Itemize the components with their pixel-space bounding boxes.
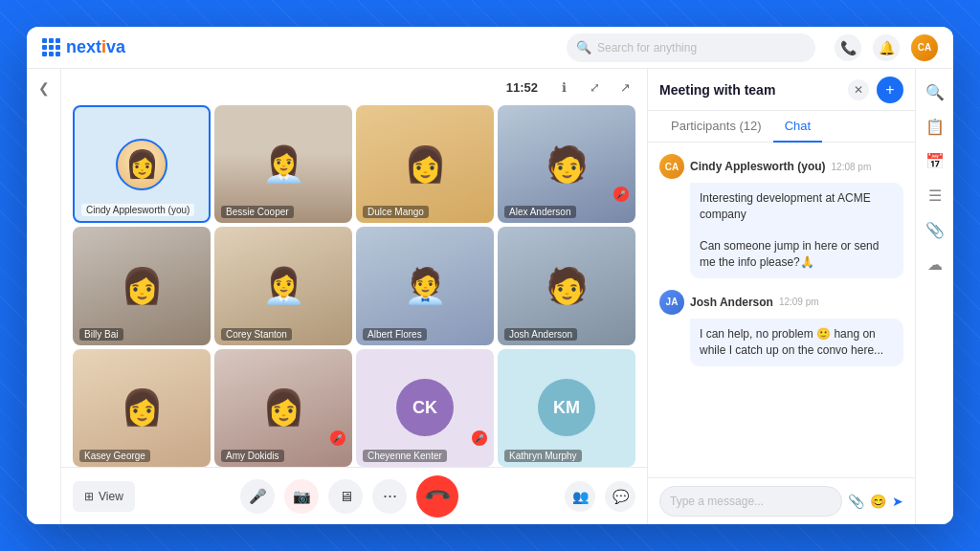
send-icon[interactable]: ➤ — [892, 494, 903, 509]
message-avatar: JA — [659, 290, 684, 315]
sidebar-icon-calendar[interactable]: 📅 — [920, 145, 950, 176]
logo-text: nextiva — [66, 37, 125, 57]
video-top-bar: 11:52 ℹ ⤢ ↗ — [61, 69, 647, 105]
top-bar-icons: 📞 🔔 CA — [835, 34, 938, 61]
tab-chat[interactable]: Chat — [773, 111, 822, 143]
meeting-time: 11:52 — [506, 80, 538, 95]
participant-name: Bessie Cooper — [221, 206, 294, 218]
participant-name: Josh Anderson — [504, 328, 577, 341]
bottom-controls: ⊞ View 🎤 📷 🖥 ··· 📞 👥 💬 — [61, 467, 647, 524]
video-cell[interactable]: 👩‍💼 Corey Stanton — [214, 227, 352, 344]
app-window: nextiva 🔍 Search for anything 📞 🔔 CA ❮ 1… — [27, 27, 953, 524]
chat-button[interactable]: 💬 — [605, 481, 635, 512]
video-cell[interactable]: 👩 Cindy Applesworth (you) — [73, 105, 211, 223]
mic-off-indicator: 🎤 — [330, 430, 345, 446]
video-cell[interactable]: 🧑 Josh Anderson — [498, 227, 635, 344]
far-right-sidebar: 🔍 📋 📅 ☰ 📎 ☁ — [915, 69, 953, 524]
expand-icon[interactable]: ⤢ — [584, 77, 605, 98]
left-sidebar: ❮ — [27, 69, 61, 524]
panel-new-button[interactable]: + — [877, 77, 903, 103]
more-options-button[interactable]: ··· — [372, 479, 407, 514]
emoji-icon[interactable]: 😊 — [870, 494, 886, 509]
sidebar-icon-document[interactable]: 📋 — [920, 111, 950, 142]
grid-icon[interactable] — [42, 38, 60, 56]
participant-name: Billy Bai — [79, 328, 123, 341]
message-sender: Cindy Applesworth (you) — [690, 160, 826, 173]
mic-off-indicator: 🎤 — [472, 430, 487, 446]
search-placeholder: Search for anything — [597, 41, 697, 55]
info-icon[interactable]: ℹ — [553, 77, 574, 98]
camera-button[interactable]: 📷 — [284, 479, 319, 514]
view-button[interactable]: ⊞ View — [73, 481, 135, 512]
mute-button[interactable]: 🎤 — [240, 479, 275, 514]
participant-name: Cindy Applesworth (you) — [81, 204, 194, 216]
right-panel: Meeting with team ✕ + Participants (12) … — [647, 69, 915, 524]
video-cell[interactable]: 👩‍💼 Bessie Cooper — [214, 105, 352, 223]
panel-tabs: Participants (12) Chat — [648, 111, 915, 143]
participants-button[interactable]: 👥 — [565, 481, 595, 512]
video-cell[interactable]: 👩 Amy Dokidis 🎤 — [214, 349, 352, 467]
sidebar-icon-attach[interactable]: 📎 — [920, 214, 950, 245]
video-cell[interactable]: 🧑 Alex Anderson 🎤 — [498, 105, 635, 223]
bell-icon[interactable]: 🔔 — [873, 34, 900, 61]
main-content: ❮ 11:52 ℹ ⤢ ↗ 👩 Cindy Appleswort — [27, 69, 953, 524]
chat-message: JA Josh Anderson 12:09 pm I can help, no… — [659, 290, 903, 366]
sidebar-toggle[interactable]: ❮ — [33, 77, 56, 99]
message-bubble: Interesting development at ACME company … — [690, 183, 903, 278]
video-cell[interactable]: 🧑‍💼 Albert Flores — [356, 227, 494, 344]
search-bar[interactable]: 🔍 Search for anything — [567, 33, 815, 62]
message-bubble: I can help, no problem 🙂 hang on while I… — [690, 319, 903, 366]
participant-name: Kasey George — [79, 450, 150, 462]
message-time: 12:09 pm — [779, 297, 819, 307]
screen-share-button[interactable]: 🖥 — [328, 479, 363, 514]
participant-name: Corey Stanton — [221, 328, 292, 341]
phone-icon[interactable]: 📞 — [835, 34, 861, 61]
chat-input-area: Type a message... 📎 😊 ➤ — [648, 477, 915, 524]
message-input[interactable]: Type a message... — [659, 486, 842, 517]
participant-name: Alex Anderson — [504, 206, 576, 218]
participant-name: Albert Flores — [363, 328, 427, 341]
video-cell[interactable]: 👩 Billy Bai — [73, 227, 211, 344]
video-cell[interactable]: 👩 Kasey George — [73, 349, 211, 467]
message-time: 12:08 pm — [832, 162, 872, 172]
message-header: CA Cindy Applesworth (you) 12:08 pm — [659, 154, 903, 179]
video-grid: 👩 Cindy Applesworth (you) 👩‍💼 Bessie Coo… — [61, 105, 647, 467]
participant-name: Kathryn Murphy — [504, 450, 582, 462]
tab-participants[interactable]: Participants (12) — [659, 111, 773, 143]
search-icon: 🔍 — [576, 40, 591, 55]
chat-input-placeholder: Type a message... — [670, 495, 764, 508]
participant-name: Amy Dokidis — [221, 450, 284, 462]
share-icon[interactable]: ↗ — [614, 77, 635, 98]
controls-center: 🎤 📷 🖥 ··· 📞 — [143, 475, 557, 518]
chat-message: CA Cindy Applesworth (you) 12:08 pm Inte… — [659, 154, 903, 278]
message-avatar: CA — [659, 154, 684, 179]
sidebar-icon-cloud[interactable]: ☁ — [920, 249, 950, 279]
chat-messages: CA Cindy Applesworth (you) 12:08 pm Inte… — [648, 143, 915, 477]
top-bar: nextiva 🔍 Search for anything 📞 🔔 CA — [27, 27, 953, 69]
attachment-icon[interactable]: 📎 — [848, 494, 864, 509]
message-header: JA Josh Anderson 12:09 pm — [659, 290, 903, 315]
end-call-button[interactable]: 📞 — [408, 466, 467, 524]
panel-close-button[interactable]: ✕ — [848, 79, 869, 100]
panel-header: Meeting with team ✕ + — [648, 69, 915, 111]
video-cell[interactable]: CK Cheyenne Kenter 🎤 — [356, 349, 494, 467]
sidebar-icon-search[interactable]: 🔍 — [920, 77, 950, 107]
participant-name: Cheyenne Kenter — [363, 450, 447, 462]
logo-area: nextiva — [42, 37, 125, 57]
sidebar-icon-list[interactable]: ☰ — [920, 180, 950, 210]
video-cell[interactable]: 👩 Dulce Mango — [356, 105, 494, 223]
participant-name: Dulce Mango — [363, 206, 429, 218]
controls-right: 👥 💬 — [565, 481, 635, 512]
video-area: 11:52 ℹ ⤢ ↗ 👩 Cindy Applesworth (you) — [61, 69, 647, 524]
panel-title: Meeting with team — [659, 82, 840, 98]
user-avatar[interactable]: CA — [911, 34, 938, 61]
message-sender: Josh Anderson — [690, 296, 773, 309]
video-cell[interactable]: KM Kathryn Murphy — [498, 349, 635, 467]
